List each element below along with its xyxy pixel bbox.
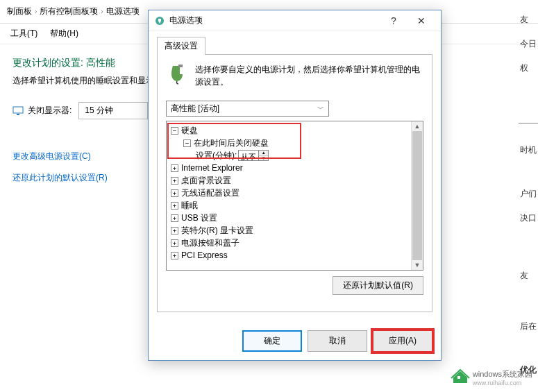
ok-button[interactable]: 确定	[242, 330, 302, 352]
chevron-right-icon: ›	[35, 8, 37, 15]
svg-rect-1	[17, 114, 19, 115]
cancel-button[interactable]: 取消	[308, 330, 367, 352]
fragment-text: 权	[519, 62, 538, 74]
tree-label: 硬盘	[181, 124, 198, 137]
tree-node-power-buttons-lid[interactable]: + 电源按钮和盖子	[168, 237, 421, 249]
power-plan-select[interactable]: 高性能 [活动] ﹀	[166, 101, 329, 117]
tree-label: 设置(分钟):	[196, 149, 237, 162]
breadcrumb-item[interactable]: 所有控制面板项	[40, 6, 98, 17]
tree-label: 在此时间后关闭硬盘	[194, 137, 269, 149]
expand-icon[interactable]: +	[171, 189, 178, 197]
close-button[interactable]: ✕	[407, 11, 435, 31]
tree-node-setting-minutes[interactable]: 设置(分钟): 从不 ▲▼	[168, 149, 421, 162]
monitor-icon	[12, 105, 24, 117]
fragment-text: 时机	[519, 144, 538, 156]
dialog-title: 电源选项	[169, 15, 380, 26]
expand-icon[interactable]: +	[171, 227, 178, 235]
power-plan-value: 高性能 [活动]	[171, 103, 219, 114]
chevron-down-icon: ﹀	[317, 104, 324, 114]
expand-icon[interactable]: +	[171, 177, 178, 185]
tree-node-hard-disk[interactable]: − 硬盘	[168, 124, 421, 137]
tree-node-pci-express[interactable]: + PCI Express	[168, 249, 421, 262]
watermark: windows系统家园 www.ruihaifu.com	[451, 369, 532, 386]
power-options-dialog: 电源选项 ? ✕ 高级设置 选择你要自定义的电源计划，然后选择你希望计算机管理的…	[148, 10, 442, 361]
settings-tree[interactable]: − 硬盘 − 在此时间后关闭硬盘 设置(分钟): 从不 ▲▼	[166, 121, 423, 271]
dialog-description: 选择你要自定义的电源计划，然后选择你希望计算机管理的电源设置。	[195, 63, 423, 88]
power-plug-icon	[154, 15, 165, 26]
tree-label: 桌面背景设置	[181, 174, 231, 187]
fragment-text: 今日	[519, 38, 538, 50]
minutes-value: 从不	[239, 151, 258, 160]
tree-label: 睡眠	[181, 199, 198, 212]
tree-label: USB 设置	[181, 212, 217, 224]
svg-rect-3	[178, 65, 183, 67]
collapse-icon[interactable]: −	[183, 139, 191, 147]
scroll-up-icon[interactable]: ▲	[414, 123, 421, 130]
tree-label: Internet Explorer	[181, 162, 243, 174]
watermark-url: www.ruihaifu.com	[473, 380, 532, 386]
power-plan-icon	[166, 63, 188, 85]
minutes-spinner[interactable]: 从不 ▲▼	[238, 150, 269, 161]
display-off-value: 15 分钟	[85, 105, 113, 117]
expand-icon[interactable]: +	[171, 252, 178, 259]
expand-icon[interactable]: +	[171, 202, 178, 210]
tree-node-turn-off-disk[interactable]: − 在此时间后关闭硬盘	[168, 137, 421, 149]
tree-node-ie[interactable]: + Internet Explorer	[168, 162, 421, 174]
tree-label: 无线适配器设置	[181, 187, 239, 199]
fragment-text: 友	[519, 270, 538, 282]
partial-right-window: 友 今日 权 时机 户们 决口 友 后在 优化	[519, 14, 538, 389]
scroll-down-icon[interactable]: ▼	[414, 262, 421, 269]
chevron-right-icon: ›	[101, 8, 103, 15]
fragment-text: 决口	[519, 212, 538, 224]
fragment-text: 户们	[519, 188, 538, 200]
tree-node-wireless[interactable]: + 无线适配器设置	[168, 187, 421, 199]
tree-node-sleep[interactable]: + 睡眠	[168, 199, 421, 212]
dialog-titlebar: 电源选项 ? ✕	[149, 10, 441, 31]
tree-node-desktop-bg[interactable]: + 桌面背景设置	[168, 174, 421, 187]
scroll-thumb[interactable]	[412, 131, 422, 260]
breadcrumb-item[interactable]: 电源选项	[106, 6, 140, 17]
house-icon	[451, 369, 470, 386]
restore-plan-defaults-button[interactable]: 还原计划默认值(R)	[333, 276, 423, 295]
menu-tools[interactable]: 工具(T)	[10, 28, 37, 40]
expand-icon[interactable]: +	[171, 164, 178, 172]
help-button[interactable]: ?	[380, 11, 407, 31]
collapse-icon[interactable]: −	[171, 127, 178, 135]
menu-help[interactable]: 帮助(H)	[50, 28, 78, 40]
spinner-buttons[interactable]: ▲▼	[258, 151, 268, 160]
watermark-name: windows系统家园	[473, 369, 532, 380]
tree-node-intel-graphics[interactable]: + 英特尔(R) 显卡设置	[168, 224, 421, 237]
tree-label: PCI Express	[181, 249, 228, 262]
fragment-text: 友	[519, 14, 538, 26]
breadcrumb-item[interactable]: 制面板	[7, 6, 32, 17]
svg-rect-0	[13, 107, 23, 113]
tree-node-usb[interactable]: + USB 设置	[168, 212, 421, 224]
expand-icon[interactable]: +	[171, 239, 178, 247]
expand-icon[interactable]: +	[171, 214, 178, 222]
tree-label: 英特尔(R) 显卡设置	[181, 224, 253, 237]
display-off-dropdown[interactable]: 15 分钟	[78, 102, 148, 119]
svg-rect-4	[457, 376, 460, 379]
apply-button[interactable]: 应用(A)	[373, 330, 432, 352]
tree-label: 电源按钮和盖子	[181, 237, 239, 249]
fragment-text: 后在	[519, 321, 538, 332]
tab-advanced-settings[interactable]: 高级设置	[157, 37, 205, 55]
display-off-label: 关闭显示器:	[28, 105, 72, 117]
scrollbar[interactable]: ▲ ▼	[411, 121, 423, 270]
